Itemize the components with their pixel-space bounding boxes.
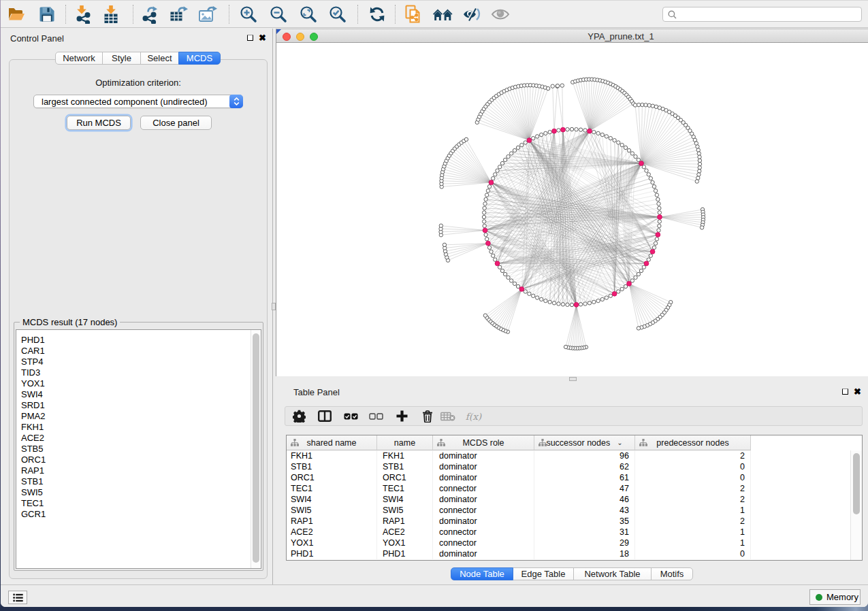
mcds-result-item[interactable]: SWI5 [16, 487, 261, 498]
svg-text:f(x): f(x) [466, 410, 482, 421]
tab-motifs[interactable]: Motifs [651, 567, 693, 580]
mcds-result-item[interactable]: STB5 [16, 444, 261, 455]
memory-button[interactable]: Memory [809, 589, 861, 605]
mcds-list-scrollbar[interactable] [251, 330, 261, 568]
table-cell: TEC1 [287, 483, 377, 494]
table-cell: RAP1 [287, 516, 377, 527]
mcds-result-item[interactable]: FKH1 [16, 422, 261, 433]
table-cell: SWI5 [287, 505, 377, 516]
table-row[interactable]: SWI4SWI4dominator462 [287, 494, 862, 505]
table-scrollbar-thumb[interactable] [853, 453, 860, 514]
tab-edge-table[interactable]: Edge Table [513, 567, 574, 580]
tab-network[interactable]: Network [55, 52, 103, 65]
tab-node-table[interactable]: Node Table [451, 567, 513, 580]
table-cell: 35 [534, 516, 635, 527]
float-panel-icon[interactable] [247, 35, 253, 41]
mcds-result-item[interactable]: YOX1 [16, 378, 261, 389]
criterion-dropdown[interactable]: largest connected component (undirected) [33, 95, 243, 108]
export-image-icon [198, 5, 217, 24]
table-row[interactable]: ORC1ORC1dominator610 [287, 472, 862, 483]
network-window-titlebar[interactable]: YPA_prune.txt_1 [276, 29, 868, 43]
mcds-result-item[interactable]: ORC1 [16, 455, 261, 465]
search-field[interactable] [662, 7, 862, 22]
add-column-button[interactable] [391, 408, 412, 425]
table-row[interactable]: YOX1YOX1connector291 [287, 538, 862, 548]
column-settings-button[interactable] [289, 408, 309, 425]
table-row[interactable]: FKH1FKH1dominator962 [287, 450, 862, 461]
close-panel-button[interactable]: Close panel [140, 116, 212, 130]
column-header-name[interactable]: name [377, 435, 433, 450]
export-network-button[interactable] [140, 3, 163, 26]
table-row[interactable]: RAP1RAP1dominator352 [287, 516, 862, 527]
tab-network-table[interactable]: Network Table [573, 567, 652, 580]
mcds-result-item[interactable]: TID3 [16, 367, 261, 378]
mcds-result-item[interactable]: TEC1 [16, 498, 261, 509]
select-all-button[interactable] [340, 408, 361, 425]
checked-boxes-icon [344, 413, 358, 420]
control-panel-title: Control Panel [10, 33, 64, 44]
mcds-result-item[interactable]: ACE2 [16, 433, 261, 444]
mcds-result-item[interactable]: RAP1 [16, 465, 261, 476]
criterion-dropdown-value: largest connected component (undirected) [42, 97, 208, 107]
task-history-button[interactable] [8, 591, 27, 604]
import-table-icon [102, 5, 120, 24]
table-cell: dominator [433, 516, 534, 527]
close-table-panel-icon[interactable]: ✖ [854, 389, 861, 395]
table-rows: FKH1FKH1dominator962STB1STB1dominator620… [287, 450, 862, 560]
clone-network-button[interactable] [402, 3, 425, 26]
mcds-result-list[interactable]: PHD1CAR1STP4TID3YOX1SWI4SRD1PMA2FKH1ACE2… [16, 329, 261, 569]
mcds-result-item[interactable]: STP4 [16, 357, 261, 367]
mcds-result-item[interactable]: CAR1 [16, 346, 261, 357]
zoom-selected-button[interactable] [326, 3, 349, 26]
mcds-result-item[interactable]: STB1 [16, 476, 261, 487]
table-row[interactable]: TEC1TEC1connector472 [287, 483, 862, 494]
float-table-panel-icon[interactable] [842, 389, 848, 395]
delete-column-button[interactable] [417, 408, 438, 425]
import-table-button[interactable] [99, 3, 123, 26]
table-row[interactable]: ACE2ACE2connector311 [287, 527, 862, 538]
search-input[interactable] [677, 8, 861, 20]
column-header-mcds-role[interactable]: MCDS role [433, 435, 534, 450]
zoom-in-button[interactable] [237, 3, 260, 26]
function-builder-button[interactable]: f(x) [464, 408, 485, 425]
close-panel-icon[interactable]: ✖ [259, 35, 266, 42]
tab-select[interactable]: Select [140, 52, 179, 65]
mcds-result-item[interactable]: PMA2 [16, 411, 261, 422]
fit-content-button[interactable] [297, 3, 320, 26]
mcds-result-item[interactable]: SWI4 [16, 389, 261, 400]
tab-style[interactable]: Style [102, 52, 141, 65]
table-scrollbar[interactable] [850, 450, 862, 560]
network-canvas[interactable] [276, 43, 868, 376]
hide-selected-button[interactable] [460, 3, 483, 26]
open-file-button[interactable] [5, 3, 28, 26]
column-header-label: successor nodes [546, 438, 610, 448]
mcds-result-item[interactable]: SRD1 [16, 400, 261, 411]
split-view-button[interactable] [315, 408, 335, 425]
delete-table-button[interactable] [438, 408, 458, 425]
save-session-button[interactable] [35, 3, 59, 26]
mcds-result-item[interactable]: GCR1 [16, 509, 261, 520]
column-header-predecessor-nodes[interactable]: predecessor nodes [635, 435, 751, 450]
tab-mcds[interactable]: MCDS [178, 52, 221, 65]
import-network-button[interactable] [72, 3, 95, 26]
apply-layout-button[interactable] [366, 3, 389, 26]
table-cell: 31 [534, 527, 635, 538]
table-row[interactable]: PHD1PHD1dominator180 [287, 548, 862, 559]
table-cell: 0 [635, 461, 751, 472]
table-panel: Table Panel ✖ [276, 381, 868, 584]
network-window-title: YPA_prune.txt_1 [276, 31, 868, 42]
show-all-button[interactable] [489, 3, 512, 26]
trash-icon [422, 410, 433, 423]
deselect-all-button[interactable] [366, 408, 386, 425]
export-image-button[interactable] [196, 3, 219, 26]
mcds-list-scrollbar-thumb[interactable] [253, 333, 259, 563]
export-table-button[interactable] [167, 3, 190, 26]
zoom-out-button[interactable] [267, 3, 290, 26]
run-mcds-button[interactable]: Run MCDS [67, 116, 131, 130]
column-header-successor-nodes[interactable]: successor nodes⌄ [534, 435, 635, 450]
column-header-shared-name[interactable]: shared name [287, 435, 377, 450]
table-row[interactable]: SWI5SWI5connector431 [287, 505, 862, 516]
group-nodes-button[interactable] [431, 3, 454, 26]
table-row[interactable]: STB1STB1dominator620 [287, 461, 862, 472]
mcds-result-item[interactable]: PHD1 [16, 335, 261, 346]
